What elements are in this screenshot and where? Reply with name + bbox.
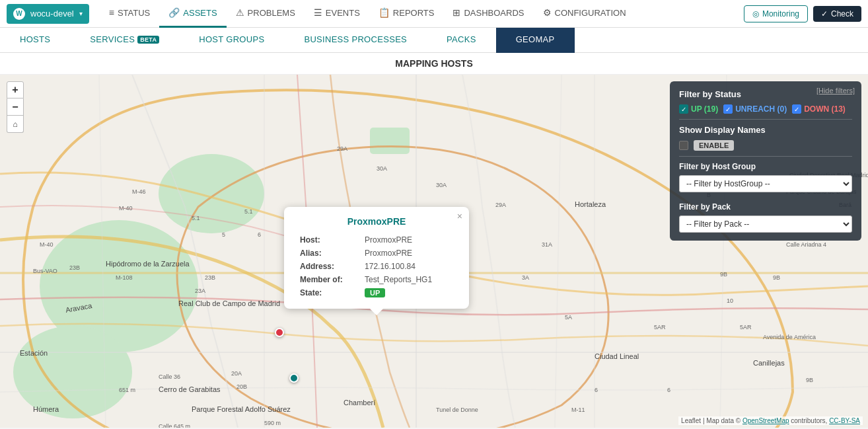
popup-row-address: Address: 172.16.100.84 — [296, 260, 457, 273]
zoom-out-button[interactable]: − — [7, 98, 24, 116]
svg-text:Cerro de Garabitas: Cerro de Garabitas — [159, 385, 221, 393]
popup-close-button[interactable]: × — [457, 211, 462, 221]
sub-navigation: HOSTS SERVICES BETA HOST GROUPS BUSINESS… — [0, 28, 868, 53]
filter-up-label: UP (19) — [691, 104, 718, 114]
nav-reports-label: REPORTS — [393, 8, 435, 18]
site-name: wocu-devel — [30, 9, 74, 19]
subnav-host-groups-label: HOST GROUPS — [199, 34, 264, 44]
svg-text:5: 5 — [222, 231, 225, 238]
svg-text:31A: 31A — [542, 241, 552, 248]
subnav-business-processes[interactable]: BUSINESS PROCESSES — [284, 28, 427, 53]
filter-unreach-checkbox[interactable]: ✓ UNREACH (0) — [723, 104, 787, 114]
subnav-packs-label: PACKS — [447, 34, 476, 44]
host-popup: × ProxmoxPRE Host: ProxmoxPRE Alias: Pro… — [284, 207, 469, 309]
nav-configuration[interactable]: ⚙ CONFIGURATION — [534, 0, 635, 28]
popup-value-address: 172.16.100.84 — [361, 260, 457, 273]
check-icon: ✓ — [821, 9, 828, 19]
display-names-title: Show Display Names — [679, 125, 852, 135]
zoom-in-button[interactable]: + — [7, 81, 24, 98]
nav-problems[interactable]: ⚠ PROBLEMS — [227, 0, 305, 28]
filter-status-row: ✓ UP (19) ✓ UNREACH (0) ✓ DOWN (13) — [679, 104, 852, 114]
svg-text:M-108: M-108 — [116, 274, 133, 281]
map-container[interactable]: Aravaca Húmera Estación Hipódromo de la … — [0, 75, 868, 428]
svg-text:Bus-VAO: Bus-VAO — [33, 268, 57, 274]
svg-text:9B: 9B — [720, 271, 727, 278]
pack-select[interactable]: -- Filter by Pack -- — [679, 215, 852, 233]
svg-text:3A: 3A — [522, 274, 529, 281]
nav-events-label: EVENTS — [326, 8, 360, 18]
site-selector[interactable]: W wocu-devel ▾ — [7, 4, 89, 24]
host-group-select[interactable]: -- Filter by HostGroup -- — [679, 175, 852, 192]
page-title-bar: MAPPING HOSTS — [0, 53, 868, 75]
display-names-checkbox[interactable] — [679, 141, 688, 150]
filter-down-checkbox[interactable]: ✓ DOWN (13) — [792, 104, 846, 114]
status-icon: ≡ — [109, 7, 114, 18]
svg-text:20A: 20A — [231, 370, 242, 377]
marker-red-1[interactable] — [275, 328, 284, 337]
svg-text:5A: 5A — [565, 314, 572, 321]
filter-unreach-label: UNREACH (0) — [735, 104, 787, 114]
map-attribution: Leaflet | Map data © OpenStreetMap contr… — [678, 416, 863, 425]
popup-row-member: Member of: Test_Reports_HG1 — [296, 273, 457, 286]
subnav-services[interactable]: SERVICES BETA — [70, 28, 179, 53]
attribution-contributors: contributors, — [791, 417, 829, 424]
services-beta-badge: BETA — [137, 36, 159, 44]
enable-button[interactable]: ENABLE — [694, 140, 734, 151]
popup-label-alias: Alias: — [296, 247, 361, 260]
svg-text:Calle 36: Calle 36 — [159, 373, 180, 380]
monitoring-button[interactable]: ◎ Monitoring — [744, 5, 808, 22]
nav-assets-label: ASSETS — [183, 8, 217, 18]
popup-row-alias: Alias: ProxmoxPRE — [296, 247, 457, 260]
svg-text:Hortaleza: Hortaleza — [575, 200, 606, 208]
svg-text:30A: 30A — [377, 165, 387, 172]
popup-value-host: ProxmoxPRE — [361, 233, 457, 247]
subnav-hosts-label: HOSTS — [20, 34, 50, 44]
osm-link[interactable]: OpenStreetMap — [742, 417, 789, 424]
svg-text:10: 10 — [727, 297, 733, 304]
nav-status[interactable]: ≡ STATUS — [100, 0, 160, 28]
svg-text:23B: 23B — [205, 274, 215, 281]
subnav-geomap[interactable]: GEOMAP — [496, 28, 575, 53]
host-group-filter-label: Filter by Host Group — [679, 162, 852, 171]
popup-arrow — [370, 309, 383, 315]
svg-text:9B: 9B — [773, 274, 780, 281]
popup-value-alias: ProxmoxPRE — [361, 247, 457, 260]
svg-text:Parque Forestal Adolfo Suárez: Parque Forestal Adolfo Suárez — [192, 405, 291, 413]
svg-text:5AR: 5AR — [654, 324, 666, 331]
hide-filters-button[interactable]: [Hide filters] — [816, 87, 855, 95]
subnav-business-processes-label: BUSINESS PROCESSES — [304, 34, 407, 44]
subnav-host-groups[interactable]: HOST GROUPS — [179, 28, 284, 53]
popup-info-table: Host: ProxmoxPRE Alias: ProxmoxPRE Addre… — [296, 233, 457, 299]
pack-filter-label: Filter by Pack — [679, 202, 852, 212]
svg-text:M-40: M-40 — [40, 241, 54, 248]
configuration-icon: ⚙ — [543, 7, 552, 18]
marker-teal-1[interactable] — [289, 373, 299, 383]
nav-events[interactable]: ☰ EVENTS — [305, 0, 369, 28]
subnav-geomap-label: GEOMAP — [516, 34, 555, 44]
subnav-services-label: SERVICES — [90, 34, 135, 44]
svg-text:20B: 20B — [236, 383, 247, 390]
nav-assets[interactable]: 🔗 ASSETS — [159, 0, 226, 28]
popup-label-state: State: — [296, 286, 361, 299]
nav-reports[interactable]: 📋 REPORTS — [369, 0, 444, 28]
nav-right-buttons: ◎ Monitoring ✓ Check — [744, 5, 861, 22]
check-button[interactable]: ✓ Check — [813, 6, 861, 22]
popup-title: ProxmoxPRE — [296, 216, 457, 227]
home-button[interactable]: ⌂ — [7, 116, 24, 133]
svg-text:Húmera: Húmera — [33, 405, 59, 413]
svg-text:Real Club de Campo de Madrid: Real Club de Campo de Madrid — [178, 299, 280, 307]
down-checkbox-icon: ✓ — [792, 104, 801, 114]
ccbysa-link[interactable]: CC-BY-SA — [829, 417, 860, 424]
svg-text:Tunel de Donne: Tunel de Donne — [436, 407, 478, 413]
reports-icon: 📋 — [379, 7, 390, 18]
svg-text:Calle Ariadna 4: Calle Ariadna 4 — [786, 241, 826, 248]
check-label: Check — [831, 9, 853, 19]
filter-divider-1 — [679, 119, 852, 120]
problems-icon: ⚠ — [236, 7, 244, 18]
filter-up-checkbox[interactable]: ✓ UP (19) — [679, 104, 718, 114]
filter-down-label: DOWN (13) — [804, 104, 846, 114]
subnav-hosts[interactable]: HOSTS — [0, 28, 70, 53]
nav-dashboards[interactable]: ⊞ DASHBOARDS — [443, 0, 533, 28]
svg-text:Chamberí: Chamberí — [344, 399, 375, 407]
subnav-packs[interactable]: PACKS — [427, 28, 496, 53]
